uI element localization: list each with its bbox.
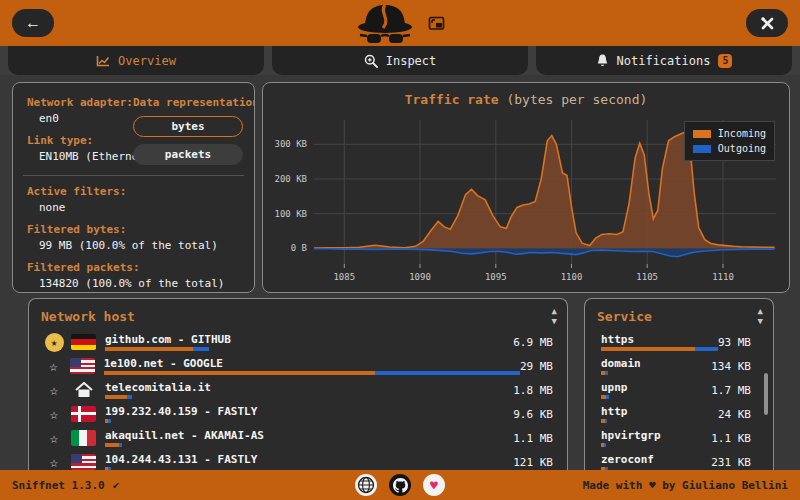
outgoing-bar — [605, 371, 608, 375]
traffic-bar — [601, 419, 628, 423]
legend-item-incoming: Incoming — [693, 126, 766, 141]
service-name: https — [601, 333, 718, 346]
host-table-header: Network host ▲▼ — [29, 299, 567, 330]
host-table-row[interactable]: ☆ 199.232.40.159 - FASTLY 9.6 KB — [29, 402, 567, 426]
service-table-row[interactable]: hpvirtgrp 1.1 KB — [585, 426, 773, 450]
link-type-value: EN10MB (Ethernet) — [27, 150, 131, 163]
settings-tools-icon — [760, 16, 775, 31]
inspect-magnifier-icon — [364, 54, 378, 68]
active-filters-label: Active filters: — [27, 185, 248, 198]
host-traffic-value: 6.9 MB — [513, 336, 567, 349]
service-name: domain — [601, 357, 641, 370]
service-traffic-value: 134 KB — [711, 360, 773, 373]
service-name: zeroconf — [601, 453, 654, 466]
svg-text:1110: 1110 — [712, 272, 734, 282]
favorite-star-icon[interactable]: ☆ — [50, 430, 58, 446]
favorite-star-icon[interactable]: ☆ — [50, 406, 58, 422]
service-table-row[interactable]: http 24 KB — [585, 402, 773, 426]
favorite-star-icon[interactable]: ☆ — [50, 454, 58, 470]
filtered-packets-label: Filtered packets: — [27, 261, 248, 274]
adapter-label: Network adapter: — [27, 96, 131, 109]
service-panel: Service ▲▼ https 93 MB domain 134 KB upn… — [584, 298, 774, 470]
svg-text:0 B: 0 B — [291, 243, 307, 253]
host-traffic-value: 1.8 MB — [513, 384, 567, 397]
filtered-packets-value: 134820 (100.0% of the total) — [27, 277, 248, 290]
chart-subtitle: (bytes per second) — [506, 92, 647, 107]
tab-overview[interactable]: Overview — [8, 46, 264, 75]
country-flag-icon — [71, 454, 96, 470]
incoming-bar — [105, 395, 127, 399]
top-bar: ← — [0, 0, 800, 46]
chart-title-row: Traffic rate (bytes per second) — [263, 92, 789, 107]
traffic-bar — [105, 395, 211, 399]
host-traffic-value: 121 KB — [513, 456, 567, 469]
country-flag-icon — [71, 406, 96, 422]
host-name: 199.232.40.159 - FASTLY — [105, 405, 257, 418]
service-table-row[interactable]: domain 134 KB — [585, 354, 773, 378]
service-table-row[interactable]: upnp 1.7 MB — [585, 378, 773, 402]
service-table-row[interactable]: https 93 MB — [585, 330, 773, 354]
service-scrollbar[interactable] — [764, 373, 768, 415]
country-flag-icon — [71, 430, 96, 446]
legend-item-outgoing: Outgoing — [693, 141, 766, 156]
svg-text:1105: 1105 — [636, 272, 658, 282]
favorite-star-icon[interactable]: ☆ — [50, 382, 58, 398]
settings-button[interactable] — [746, 9, 788, 37]
legend-swatch-icon — [693, 145, 711, 153]
service-table-row[interactable]: zeroconf 231 KB — [585, 450, 773, 470]
version-label: Sniffnet 1.3.0 — [12, 479, 105, 492]
back-button[interactable]: ← — [12, 9, 54, 37]
incoming-bar — [601, 347, 695, 351]
favorite-star-icon[interactable]: ☆ — [49, 358, 57, 374]
host-traffic-value: 1.1 MB — [513, 432, 567, 445]
host-name: akaquill.net - AKAMAI-AS — [105, 429, 264, 442]
host-table-row[interactable]: ★ github.com - GITHUB 6.9 MB — [29, 330, 567, 354]
country-flag-icon — [70, 358, 95, 374]
website-globe-icon[interactable] — [355, 474, 377, 496]
tab-notifications-label: Notifications — [617, 54, 711, 68]
country-flag-icon — [71, 334, 96, 350]
svg-text:200 KB: 200 KB — [274, 174, 307, 184]
host-table-row[interactable]: ☆ 1e100.net - GOOGLE 29 MB — [29, 354, 567, 378]
traffic-bar — [601, 395, 628, 399]
data-representation-label: Data representation: — [133, 96, 245, 109]
logo-area — [0, 0, 800, 46]
service-name: upnp — [601, 381, 628, 394]
chart-legend: IncomingOutgoing — [684, 121, 775, 161]
bytes-toggle-button[interactable]: bytes — [133, 116, 243, 137]
packets-toggle-button[interactable]: packets — [133, 144, 243, 165]
tab-notifications[interactable]: Notifications 5 — [536, 46, 792, 75]
favorite-star-icon[interactable]: ★ — [45, 333, 64, 352]
host-name: 1e100.net - GOOGLE — [104, 357, 520, 370]
sniffnet-detective-logo — [356, 2, 414, 44]
svg-text:1095: 1095 — [485, 272, 507, 282]
host-traffic-value: 29 MB — [520, 360, 567, 373]
outgoing-bar — [127, 395, 132, 399]
host-table-row[interactable]: ☆ telecomitalia.it 1.8 MB — [29, 378, 567, 402]
traffic-bar — [105, 443, 264, 447]
outgoing-bar — [375, 371, 519, 375]
tab-inspect[interactable]: Inspect — [272, 46, 528, 75]
active-filters-value: none — [27, 201, 248, 214]
service-sort-icon[interactable]: ▲▼ — [758, 306, 763, 326]
outgoing-bar — [108, 419, 111, 423]
github-icon[interactable] — [389, 474, 411, 496]
outgoing-bar — [119, 443, 122, 447]
service-traffic-value: 1.1 KB — [711, 432, 773, 445]
incoming-bar — [105, 443, 119, 447]
tab-inspect-label: Inspect — [386, 54, 437, 68]
outgoing-bar — [604, 443, 606, 447]
check-icon: ✔ — [113, 479, 120, 492]
host-table-row[interactable]: ☆ akaquill.net - AKAMAI-AS 1.1 MB — [29, 426, 567, 450]
host-name: github.com - GITHUB — [105, 333, 231, 346]
outgoing-bar — [605, 419, 607, 423]
settings-divider — [23, 175, 244, 176]
notifications-badge: 5 — [718, 54, 732, 68]
tab-bar: Overview Inspect Notifications 5 — [0, 46, 800, 75]
outgoing-bar — [193, 347, 209, 351]
sponsor-heart-icon[interactable]: ♥ — [423, 474, 445, 496]
network-host-panel: Network host ▲▼ ★ github.com - GITHUB 6.… — [28, 298, 568, 470]
host-sort-icon[interactable]: ▲▼ — [552, 306, 557, 326]
host-table-row[interactable]: ☆ 104.244.43.131 - FASTLY 121 KB — [29, 450, 567, 470]
adapter-value: en0 — [27, 112, 131, 125]
